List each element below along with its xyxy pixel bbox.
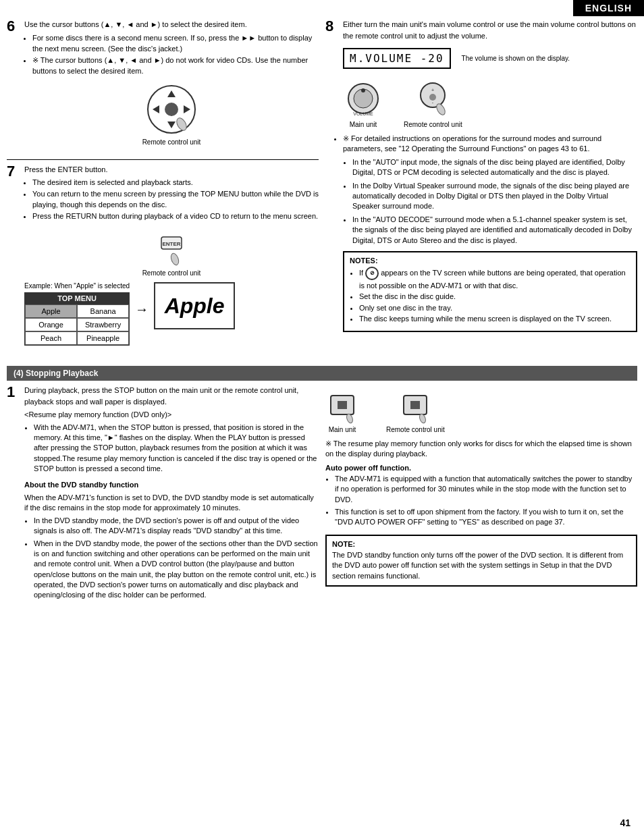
arrow-right-icon: →: [135, 302, 149, 317]
notes-title: NOTES:: [350, 257, 630, 265]
step-8-block: 8 Either turn the main unit's main volum…: [325, 19, 637, 338]
dvd-standby-bullet-1: When in the DVD standby mode, the power …: [34, 539, 319, 601]
step-8-bullet-1: In the "AUTO" input mode, the signals of…: [352, 157, 637, 178]
dvd-standby-bullets: In the DVD standby mode, the DVD section…: [34, 516, 319, 601]
volume-display: M.VOLUME -20: [343, 48, 451, 69]
menu-cell-peach: Peach: [25, 331, 77, 345]
left-column: 6 Use the cursor buttons (▲, ▼, ◄ and ►)…: [7, 19, 319, 354]
step-7-illustration-label: Remote control unit: [142, 269, 201, 277]
step-8-bullet-0: ※ For detailed instructions on operation…: [343, 134, 637, 155]
step-6-bullet-2: ※ The cursor buttons (▲, ▼, ◄ and ►) do …: [32, 55, 319, 77]
volume-display-row: M.VOLUME -20 The volume is shown on the …: [343, 44, 637, 73]
divider-6-7: [7, 159, 319, 160]
page-number: 41: [620, 817, 630, 828]
note-item-1: Set the disc in the disc guide.: [359, 291, 630, 302]
svg-point-6: [175, 116, 188, 132]
top-menu-title: TOP MENU: [25, 293, 129, 304]
svg-marker-1: [167, 90, 176, 97]
svg-text:+: +: [431, 88, 434, 92]
section-4-header: (4) Stopping Playback: [7, 366, 637, 381]
note-bottom-text: The DVD standby function only turns off …: [332, 550, 630, 581]
br-main-unit-label: Main unit: [329, 426, 356, 433]
note-item-3: The disc keeps turning while the menu sc…: [359, 313, 630, 325]
main-unit-svg: VOLUME: [343, 78, 383, 119]
step-7-bullet-1: The desired item is selected and playbac…: [32, 177, 319, 188]
note-icon: ⊘: [365, 267, 379, 280]
notes-box: NOTES: If ⊘ appears on the TV screen whi…: [343, 251, 637, 332]
svg-point-5: [165, 103, 178, 116]
step-6-block: 6 Use the cursor buttons (▲, ▼, ◄ and ►)…: [7, 19, 319, 151]
step-7-bullets: The desired item is selected and playbac…: [32, 177, 319, 221]
auto-power-title: Auto power off function.: [325, 464, 637, 472]
bottom-right: Main unit Remote control unit ※ The resu…: [325, 385, 637, 611]
dvd-standby-section: About the DVD standby function When the …: [24, 479, 319, 600]
step-6-number: 6: [7, 19, 20, 151]
top-menu-box: TOP MENU Apple Banana Orange Strawberry …: [24, 292, 130, 346]
remote-unit-item-8: + - Remote control unit: [404, 78, 462, 128]
menu-cell-pineapple: Pineapple: [77, 331, 129, 345]
step-7-main-text: Press the ENTER button.: [24, 164, 319, 176]
remote-unit-svg-8: + -: [412, 78, 453, 119]
auto-power-bullet-0: The ADV-M71 is equipped with a function …: [335, 474, 637, 505]
menu-grid: Apple Banana Orange Strawberry Peach Pin…: [25, 304, 129, 345]
menu-cell-apple: Apple: [25, 304, 77, 318]
step-1-stop-content: During playback, press the STOP button o…: [24, 385, 319, 603]
result-box: Apple: [154, 282, 235, 329]
step-8-bullets: ※ For detailed instructions on operation…: [343, 134, 637, 246]
svg-text:ENTER: ENTER: [162, 241, 180, 247]
menu-cell-strawberry: Strawberry: [77, 318, 129, 331]
br-units-row: Main unit Remote control unit: [325, 390, 637, 433]
step-8-bullet-3: In the "AUTO DECODE" surround mode when …: [352, 215, 637, 246]
step-6-bullets: For some discs there is a second menu sc…: [32, 32, 319, 77]
dvd-standby-text: When the ADV-M71's function is set to DV…: [24, 493, 319, 514]
remote-unit-label-8: Remote control unit: [404, 121, 462, 128]
step-1-stop-bullet-0: With the ADV-M71, when the STOP button i…: [34, 423, 319, 475]
result-apple-text: Apple: [165, 294, 225, 319]
step-1-stop-bullets: With the ADV-M71, when the STOP button i…: [34, 423, 319, 475]
svg-point-9: [169, 252, 180, 266]
note-item-0: If ⊘ appears on the TV screen while butt…: [359, 267, 630, 292]
svg-rect-20: [338, 401, 347, 409]
example-section: Example: When "Apple" is selected TOP ME…: [24, 282, 319, 346]
menu-cell-banana: Banana: [77, 304, 129, 318]
step-6-bullet-1: For some discs there is a second menu sc…: [32, 32, 319, 55]
auto-power-bullets: The ADV-M71 is equipped with a function …: [335, 474, 637, 528]
step-1-resume-label: <Resume play memory function (DVD only)>: [24, 409, 319, 421]
svg-text:VOLUME: VOLUME: [353, 111, 373, 116]
example-label: Example: When "Apple" is selected: [24, 282, 130, 290]
step-7-bullet-2: You can return to the menu screen by pre…: [32, 188, 319, 211]
section-4-wrapper: (4) Stopping Playback: [0, 366, 644, 381]
right-column: 8 Either turn the main unit's main volum…: [325, 19, 637, 354]
svg-point-12: [361, 88, 365, 92]
auto-power-bullet-1: This function is set to off upon shipmen…: [335, 507, 637, 528]
step-6-content: Use the cursor buttons (▲, ▼, ◄ and ►) t…: [24, 19, 319, 151]
svg-marker-3: [153, 105, 159, 113]
step-7-content: Press the ENTER button. The desired item…: [24, 164, 319, 346]
br-remote-unit-item: Remote control unit: [386, 390, 445, 433]
step-1-stop-main: During playback, press the STOP button o…: [24, 385, 319, 407]
svg-marker-4: [184, 105, 190, 113]
step-8-bullet-2: In the Dolby Virtual Speaker surround mo…: [352, 181, 637, 212]
step-7-bullet-3: Press the RETURN button during playback …: [32, 211, 319, 222]
enter-button-svg: ENTER: [151, 227, 192, 267]
step-6-illustration-label: Remote control unit: [142, 138, 201, 146]
step-8-number: 8: [325, 19, 339, 338]
step-1-stop-block: 1 During playback, press the STOP button…: [7, 385, 319, 603]
svg-rect-23: [410, 401, 420, 409]
dvd-standby-title: About the DVD standby function: [24, 479, 319, 491]
units-row-8: VOLUME Main unit + - Remote: [343, 78, 637, 128]
br-main-unit-item: Main unit: [325, 390, 359, 433]
bottom-left: 1 During playback, press the STOP button…: [7, 385, 319, 611]
step-8-content: Either turn the main unit's main volume …: [343, 19, 637, 338]
svg-marker-2: [167, 122, 176, 128]
header-title: ENGLISH: [573, 0, 644, 16]
note-bottom-title: NOTE:: [332, 540, 630, 548]
step-7-illustration: ENTER Remote control unit: [24, 227, 319, 277]
step-6-main-text: Use the cursor buttons (▲, ▼, ◄ and ►) t…: [24, 19, 319, 30]
remote-control-svg-6: [144, 82, 198, 136]
menu-cell-orange: Orange: [25, 318, 77, 331]
step-8-main-text: Either turn the main unit's main volume …: [343, 19, 637, 41]
notes-list: If ⊘ appears on the TV screen while butt…: [359, 267, 630, 325]
step-1-stop-number: 1: [7, 385, 20, 603]
note-bottom-box: NOTE: The DVD standby function only turn…: [325, 535, 637, 587]
